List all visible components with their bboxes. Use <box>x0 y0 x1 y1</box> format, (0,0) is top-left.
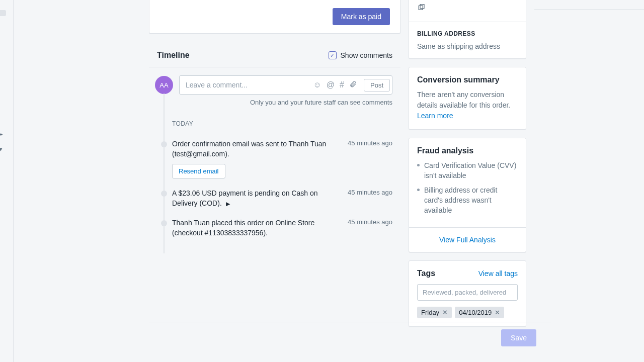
svg-rect-0 <box>419 6 423 10</box>
customer-card-tail: BILLING ADDRESS Same as shipping address <box>409 0 526 59</box>
timeline-item: Thanh Tuan placed this order on Online S… <box>149 213 400 243</box>
remove-tag-icon[interactable]: ✕ <box>495 309 500 316</box>
plus-icon[interactable]: + <box>0 131 3 138</box>
conversion-summary-title: Conversion summary <box>417 75 518 84</box>
timeline-today-label: TODAY <box>172 120 400 127</box>
timeline-body: AA ☺ @ # Post Only you and your future s… <box>149 67 400 253</box>
page-top-divider <box>534 9 644 10</box>
comment-hint: Only you and your future staff can see c… <box>149 99 400 108</box>
comment-composer: AA ☺ @ # Post <box>149 67 400 99</box>
left-rail-pill[interactable] <box>0 10 6 16</box>
resend-email-button[interactable]: Resend email <box>172 164 225 178</box>
tag-chip: Friday✕ <box>417 307 452 318</box>
chevron-right-icon: ▶ <box>226 201 230 207</box>
fraud-analysis-title: Fraud analysis <box>417 146 518 155</box>
caret-down-icon[interactable]: ▾ <box>0 145 3 153</box>
remove-tag-icon[interactable]: ✕ <box>442 309 448 316</box>
save-button[interactable]: Save <box>501 329 536 346</box>
tag-chip: 04/10/2019✕ <box>455 307 504 318</box>
billing-address-heading: BILLING ADDRESS <box>417 30 518 37</box>
comment-input[interactable] <box>180 81 308 89</box>
timeline-dot-icon <box>161 191 167 197</box>
timeline-item-time: 45 minutes ago <box>348 139 392 159</box>
timeline-item-text[interactable]: A $23.06 USD payment is pending on Cash … <box>172 189 341 208</box>
post-button[interactable]: Post <box>364 79 390 92</box>
tags-title: Tags <box>417 269 435 278</box>
timeline-item-text: Order confirmation email was sent to Tha… <box>172 139 341 159</box>
view-all-tags-link[interactable]: View all tags <box>478 269 518 278</box>
svg-rect-1 <box>420 5 424 9</box>
timeline-title: Timeline <box>157 51 190 60</box>
show-comments-toggle[interactable]: ✓ Show comments <box>329 51 392 59</box>
view-full-analysis-link[interactable]: View Full Analysis <box>439 236 496 244</box>
comment-input-wrap: ☺ @ # Post <box>179 75 392 95</box>
timeline-dot-icon <box>161 220 167 226</box>
timeline-item: A $23.06 USD payment is pending on Cash … <box>149 184 400 213</box>
attachment-icon[interactable] <box>349 80 357 90</box>
billing-address-section: BILLING ADDRESS Same as shipping address <box>409 22 526 58</box>
left-divider <box>13 0 14 362</box>
emoji-icon[interactable]: ☺ <box>313 80 321 89</box>
payment-card-footer: Mark as paid <box>149 0 400 34</box>
timeline-header: Timeline ✓ Show comments <box>149 42 400 67</box>
timeline-item: Order confirmation email was sent to Tha… <box>149 134 400 184</box>
checkbox-checked-icon: ✓ <box>329 51 337 59</box>
fraud-item: Billing address or credit card's address… <box>417 185 518 216</box>
billing-address-text: Same as shipping address <box>417 42 518 50</box>
tags-input[interactable] <box>417 284 518 301</box>
timeline-item-time: 45 minutes ago <box>348 218 392 238</box>
conversion-summary-text: There aren't any conversion details avai… <box>417 89 518 121</box>
page-footer: Save <box>149 322 551 346</box>
hash-icon[interactable]: # <box>340 80 344 89</box>
timeline-item-text: Thanh Tuan placed this order on Online S… <box>172 218 341 238</box>
fraud-analysis-card: Fraud analysis Card Verification Value (… <box>409 138 526 252</box>
tags-card: Tags View all tags Friday✕ 04/10/2019✕ <box>409 260 526 327</box>
mention-icon[interactable]: @ <box>327 80 335 89</box>
timeline-item-time: 45 minutes ago <box>348 189 392 208</box>
map-link[interactable] <box>409 0 526 22</box>
fraud-item: Card Verification Value (CVV) isn't avai… <box>417 160 518 181</box>
timeline-dot-icon <box>161 141 167 147</box>
mark-as-paid-button[interactable]: Mark as paid <box>333 8 390 25</box>
learn-more-link[interactable]: Learn more <box>417 112 453 120</box>
avatar: AA <box>155 76 173 94</box>
conversion-summary-card: Conversion summary There aren't any conv… <box>409 67 526 130</box>
show-comments-label: Show comments <box>341 51 392 59</box>
